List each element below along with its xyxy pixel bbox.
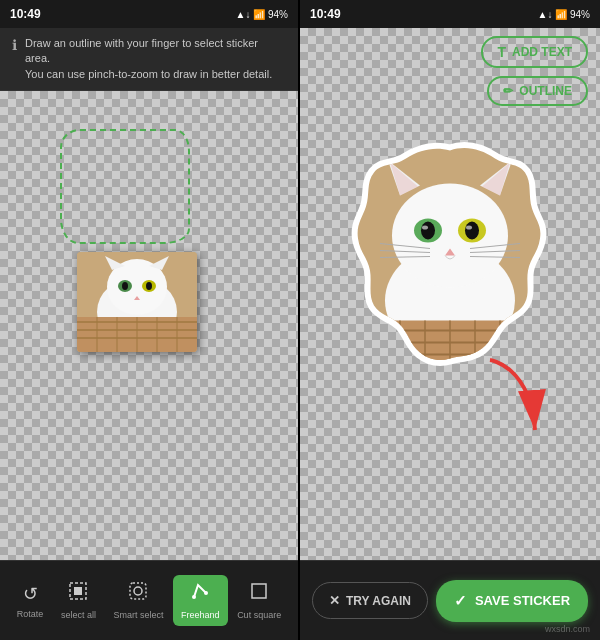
svg-point-24 <box>204 591 208 595</box>
cat-svg-small <box>77 252 197 352</box>
add-text-label: ADD TEXT <box>512 45 572 59</box>
tool-select-all[interactable]: select all <box>53 575 104 626</box>
svg-point-37 <box>465 222 479 240</box>
tool-smart-select[interactable]: Smart select <box>105 575 171 626</box>
svg-point-6 <box>122 282 128 290</box>
cut-square-icon <box>249 581 269 606</box>
top-buttons: T ADD TEXT ✏ OUTLINE <box>469 28 600 114</box>
tool-freehand[interactable]: Freehand <box>173 575 228 626</box>
right-panel: 10:49 ▲↓ 📶 94% T ADD TEXT ✏ OUTLINE <box>300 0 600 640</box>
freehand-icon <box>190 581 210 606</box>
info-banner: ℹ Draw an outline with your finger to se… <box>0 28 298 91</box>
smart-select-label: Smart select <box>113 610 163 620</box>
close-icon: ✕ <box>329 593 340 608</box>
tool-rotate[interactable]: ↺ Rotate <box>9 577 52 625</box>
svg-rect-20 <box>74 587 82 595</box>
status-bar-left: 10:49 ▲↓ 📶 94% <box>0 0 298 28</box>
cat-sticker-large <box>350 141 550 371</box>
svg-point-23 <box>192 595 196 599</box>
info-icon: ℹ <box>12 37 17 53</box>
freehand-outline <box>60 129 190 244</box>
battery-left: ▲↓ 📶 94% <box>236 9 288 20</box>
smart-select-icon <box>128 581 148 606</box>
status-icons-left: ▲↓ 📶 94% <box>236 9 288 20</box>
rotate-label: Rotate <box>17 609 44 619</box>
status-icons-right: ▲↓ 📶 94% <box>538 9 590 20</box>
svg-point-8 <box>146 282 152 290</box>
pencil-icon: ✏ <box>503 84 513 98</box>
outline-label: OUTLINE <box>519 84 572 98</box>
cat-image-small <box>77 252 197 352</box>
save-sticker-button[interactable]: ✓ SAVE STICKER <box>436 580 588 622</box>
checkmark-icon: ✓ <box>454 592 467 610</box>
svg-point-22 <box>134 587 142 595</box>
tool-cut-square[interactable]: Cut square <box>229 575 289 626</box>
add-text-button[interactable]: T ADD TEXT <box>481 36 588 68</box>
time-left: 10:49 <box>10 7 41 21</box>
select-all-icon <box>68 581 88 606</box>
svg-point-38 <box>466 226 472 230</box>
svg-point-34 <box>421 222 435 240</box>
try-again-label: TRY AGAIN <box>346 594 411 608</box>
cat-sticker-svg <box>350 141 550 371</box>
select-all-label: select all <box>61 610 96 620</box>
text-icon: T <box>497 44 506 60</box>
svg-rect-21 <box>130 583 146 599</box>
watermark: wxsdn.com <box>545 624 590 634</box>
outline-button[interactable]: ✏ OUTLINE <box>487 76 588 106</box>
status-bar-right: 10:49 ▲↓ 📶 94% <box>300 0 600 28</box>
cut-square-label: Cut square <box>237 610 281 620</box>
info-text: Draw an outline with your finger to sele… <box>25 36 286 82</box>
time-right: 10:49 <box>310 7 341 21</box>
toolbar-left: ↺ Rotate select all Smart select Freehan… <box>0 560 298 640</box>
save-sticker-label: SAVE STICKER <box>475 593 570 608</box>
try-again-button[interactable]: ✕ TRY AGAIN <box>312 582 428 619</box>
svg-point-35 <box>422 226 428 230</box>
canvas-area-left[interactable] <box>0 91 298 560</box>
svg-rect-25 <box>252 584 266 598</box>
rotate-icon: ↺ <box>23 583 38 605</box>
svg-point-28 <box>392 184 508 288</box>
freehand-label: Freehand <box>181 610 220 620</box>
battery-right: ▲↓ 📶 94% <box>538 9 590 20</box>
left-panel: 10:49 ▲↓ 📶 94% ℹ Draw an outline with yo… <box>0 0 298 640</box>
